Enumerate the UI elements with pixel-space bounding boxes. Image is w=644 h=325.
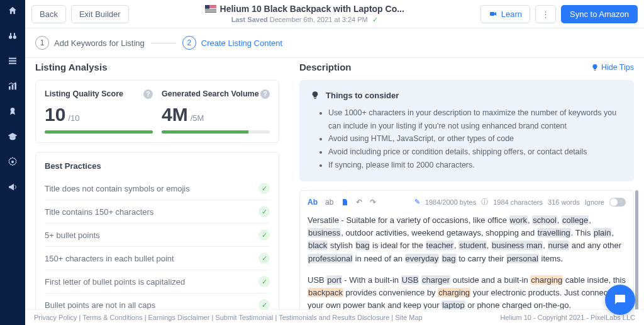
home-icon[interactable]: [7, 5, 18, 16]
editor-body[interactable]: Versatile - Suitable for a variety of oc…: [308, 212, 626, 325]
back-button[interactable]: Back: [31, 5, 66, 23]
svg-rect-4: [9, 58, 16, 59]
word-count: 316 words: [548, 198, 580, 206]
svg-rect-8: [12, 84, 14, 89]
badge-icon[interactable]: [7, 106, 18, 117]
svg-rect-6: [9, 63, 16, 64]
bulb-icon: [311, 90, 319, 100]
metric-quality: Listing Quality Score ? 10/10: [45, 89, 153, 134]
svg-rect-13: [594, 70, 596, 71]
ignore-toggle[interactable]: [609, 198, 626, 207]
megaphone-icon[interactable]: [7, 181, 18, 193]
listing-analysis-heading: Listing Analysis: [35, 62, 279, 72]
hide-tips-link[interactable]: Hide Tips: [591, 63, 634, 72]
gear-icon[interactable]: [7, 156, 18, 168]
left-pane: Listing Analysis Listing Quality Score ?…: [25, 58, 289, 325]
editor-toolbar: Ab ab ↶ ↷ ✎ 1984/2000 bytes ⓘ 1984 chara…: [308, 197, 626, 212]
check-icon: ✓: [258, 206, 270, 217]
graduation-icon[interactable]: [7, 131, 18, 142]
metric-quality-label: Listing Quality Score: [45, 89, 123, 98]
list-icon[interactable]: [7, 55, 18, 67]
ab-toggle-caps[interactable]: Ab: [308, 198, 318, 207]
svg-point-10: [11, 108, 15, 112]
sync-button[interactable]: Sync to Amazon: [561, 5, 638, 23]
best-practices-card: Best Practices Title does not contain sy…: [35, 152, 279, 325]
metric-volume-label: Generated Search Volume: [162, 89, 259, 98]
more-button[interactable]: ⋮: [535, 5, 556, 23]
product-title-text: Helium 10 Black Backpack with Laptop Co.…: [220, 4, 404, 14]
svg-rect-2: [10, 33, 11, 35]
help-icon[interactable]: ?: [260, 89, 270, 99]
step-2[interactable]: 2 Create Listing Content: [182, 36, 282, 50]
char-count: 1984 characters: [493, 198, 543, 206]
svg-rect-12: [490, 12, 494, 16]
right-pane: Description Hide Tips Things to consider…: [289, 58, 644, 325]
svg-rect-5: [9, 60, 16, 62]
tips-box: Things to consider Use 1000+ characters …: [299, 80, 634, 181]
doc-icon[interactable]: [341, 198, 348, 207]
metric-quality-bar: [45, 130, 153, 134]
header-center: Helium 10 Black Backpack with Laptop Co.…: [134, 4, 475, 24]
best-practices-title: Best Practices: [45, 161, 270, 171]
check-icon: ✓: [258, 183, 270, 194]
ab-toggle-lower[interactable]: ab: [325, 198, 333, 207]
metrics-card: Listing Quality Score ? 10/10 Generated …: [35, 80, 279, 143]
bp-row: 150+ characters in each bullet point✓: [45, 247, 270, 270]
bp-row: Title does not contain symbols or emojis…: [45, 177, 270, 200]
svg-rect-9: [14, 83, 16, 90]
undo-icon[interactable]: ↶: [356, 198, 362, 207]
step-1[interactable]: 1 Add Keywords for Listing: [35, 36, 145, 50]
tip-item: Use 1000+ characters in your description…: [328, 106, 623, 132]
analytics-icon[interactable]: [7, 81, 18, 92]
scrollbar[interactable]: [635, 190, 638, 325]
metric-volume: Generated Search Volume ? 4M/5M: [162, 89, 270, 134]
app-sidebar: [0, 0, 25, 325]
chat-icon: [613, 292, 628, 307]
svg-rect-3: [14, 33, 15, 35]
metric-volume-value: 4M: [162, 104, 188, 125]
svg-point-0: [9, 35, 12, 38]
info-icon[interactable]: ⓘ: [481, 197, 488, 207]
step-divider: [151, 43, 176, 43]
tips-title-text: Things to consider: [326, 91, 399, 100]
metric-volume-bar: [162, 130, 248, 134]
step-1-label: Add Keywords for Listing: [54, 38, 145, 48]
video-icon: [489, 10, 497, 18]
top-bar: Back Exit Builder Helium 10 Black Backpa…: [25, 0, 644, 28]
byte-count: 1984/2000 bytes: [425, 198, 476, 206]
bp-row: First letter of bullet points is capital…: [45, 270, 270, 294]
edit-icon[interactable]: ✎: [414, 198, 420, 206]
description-heading: Description: [299, 62, 352, 72]
metric-quality-value: 10: [45, 104, 65, 125]
tip-item: Avoid using HTML, JavaScript, or other t…: [328, 132, 623, 145]
check-icon: ✓: [258, 253, 270, 264]
product-title: Helium 10 Black Backpack with Laptop Co.…: [134, 4, 475, 14]
footer-links[interactable]: Privacy Policy | Terms & Conditions | Ea…: [34, 314, 423, 321]
svg-point-1: [13, 35, 16, 38]
step-2-label: Create Listing Content: [201, 38, 282, 48]
bp-row: Title contains 150+ characters✓: [45, 200, 270, 224]
tip-item: Avoid including price or condition detai…: [328, 145, 623, 159]
chat-button[interactable]: [605, 285, 635, 315]
description-editor: Ab ab ↶ ↷ ✎ 1984/2000 bytes ⓘ 1984 chara…: [299, 190, 634, 325]
content: Listing Analysis Listing Quality Score ?…: [25, 58, 644, 325]
bp-row: 5+ bullet points✓: [45, 224, 270, 247]
svg-rect-14: [314, 98, 316, 99]
main-area: Back Exit Builder Helium 10 Black Backpa…: [25, 0, 644, 325]
ignore-label: Ignore: [585, 198, 604, 206]
svg-point-11: [11, 161, 14, 163]
check-icon: ✓: [258, 229, 270, 241]
bulb-icon: [591, 63, 599, 72]
exit-builder-button[interactable]: Exit Builder: [71, 5, 129, 23]
stepper: 1 Add Keywords for Listing 2 Create List…: [25, 28, 644, 58]
tip-item: If syncing, please limit to 2000 charact…: [328, 159, 623, 172]
check-icon: ✓: [258, 276, 270, 287]
learn-button[interactable]: Learn: [480, 5, 530, 23]
us-flag-icon: [205, 5, 216, 13]
help-icon[interactable]: ?: [143, 89, 153, 99]
footer: Privacy Policy | Terms & Conditions | Ea…: [25, 309, 644, 325]
saved-check-icon: ✓: [372, 16, 378, 23]
svg-rect-7: [9, 86, 11, 89]
binoculars-icon[interactable]: [7, 30, 18, 42]
redo-icon[interactable]: ↷: [370, 198, 376, 207]
